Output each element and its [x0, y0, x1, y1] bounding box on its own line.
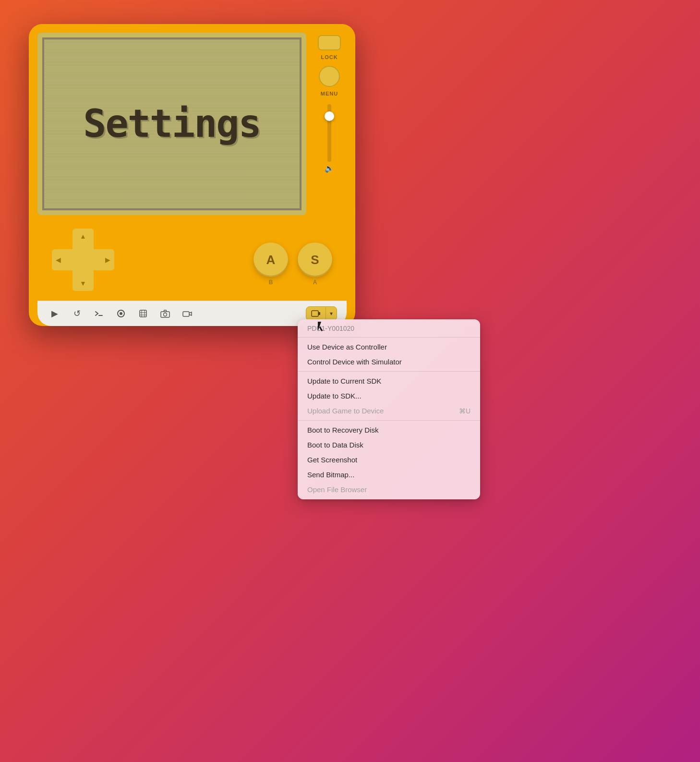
- menu-item-update-current-sdk[interactable]: Update to Current SDK: [298, 374, 480, 388]
- device-button-group[interactable]: ▾: [306, 306, 337, 321]
- controls-area: ◀ ▶ ▲ ▼ A B S: [37, 215, 347, 301]
- menu-item-update-sdk[interactable]: Update to SDK...: [298, 388, 480, 403]
- play-button[interactable]: ▶: [47, 306, 62, 321]
- svg-point-9: [164, 313, 167, 316]
- menu-item-send-bitmap[interactable]: Send Bitmap...: [298, 467, 480, 482]
- side-controls: LOCK MENU 🔈: [312, 33, 347, 173]
- mouse-cursor: [318, 322, 326, 332]
- dpad-right-arrow: ▶: [105, 256, 110, 264]
- menu-item-get-screenshot[interactable]: Get Screenshot: [298, 452, 480, 467]
- dpad-up-arrow: ▲: [80, 232, 86, 240]
- separator-3: [298, 420, 480, 421]
- svg-rect-12: [318, 312, 320, 315]
- screen-bezel: Settings: [37, 33, 306, 215]
- lock-button[interactable]: [318, 35, 341, 50]
- separator-2: [298, 371, 480, 372]
- dpad-down-arrow: ▼: [80, 279, 86, 287]
- menu-item-boot-data[interactable]: Boot to Data Disk: [298, 437, 480, 452]
- menu-item-open-file-browser: Open File Browser: [298, 482, 480, 497]
- menu-button[interactable]: [319, 66, 340, 87]
- menu-label: MENU: [321, 91, 338, 97]
- dpad-center: [72, 249, 94, 270]
- screen-text: Settings: [83, 105, 260, 143]
- memory-button[interactable]: [135, 306, 151, 321]
- menu-item-boot-recovery[interactable]: Boot to Recovery Disk: [298, 423, 480, 437]
- lock-label: LOCK: [321, 54, 338, 60]
- device-chevron-button[interactable]: ▾: [326, 307, 337, 320]
- menu-item-upload-game: Upload Game to Device ⌘U: [298, 403, 480, 418]
- separator-1: [298, 337, 480, 338]
- s-button[interactable]: S: [298, 242, 332, 277]
- volume-track[interactable]: [327, 104, 331, 162]
- terminal-button[interactable]: [91, 306, 107, 321]
- menu-item-use-device-controller[interactable]: Use Device as Controller: [298, 339, 480, 354]
- s-button-sublabel: A: [313, 279, 317, 286]
- svg-point-2: [120, 312, 122, 315]
- screen-area: Settings LOCK MENU 🔈: [37, 33, 347, 215]
- volume-icon: 🔈: [325, 164, 334, 173]
- simulator-wrapper: Settings LOCK MENU 🔈 ◀ ▶: [29, 24, 355, 326]
- action-buttons: A B S A: [253, 242, 332, 277]
- context-menu: PDU1-Y001020 Use Device as Controller Co…: [298, 319, 480, 499]
- volume-slider-area: 🔈: [325, 104, 334, 173]
- restart-button[interactable]: ↺: [69, 306, 84, 321]
- a-button-sublabel: B: [269, 279, 273, 286]
- svg-rect-11: [312, 311, 318, 316]
- dpad-left-arrow: ◀: [56, 256, 61, 264]
- stats-button[interactable]: [113, 306, 129, 321]
- menu-item-control-device-simulator[interactable]: Control Device with Simulator: [298, 354, 480, 369]
- screenshot-button[interactable]: [157, 306, 173, 321]
- a-button[interactable]: A: [253, 242, 288, 277]
- screen-display: Settings: [42, 37, 302, 210]
- svg-rect-3: [140, 310, 146, 317]
- dpad[interactable]: ◀ ▶ ▲ ▼: [52, 229, 114, 291]
- simulator-body: Settings LOCK MENU 🔈 ◀ ▶: [29, 24, 355, 326]
- volume-thumb: [325, 111, 334, 121]
- record-button[interactable]: [180, 306, 195, 321]
- svg-rect-10: [183, 312, 189, 316]
- device-main-button[interactable]: [306, 307, 326, 320]
